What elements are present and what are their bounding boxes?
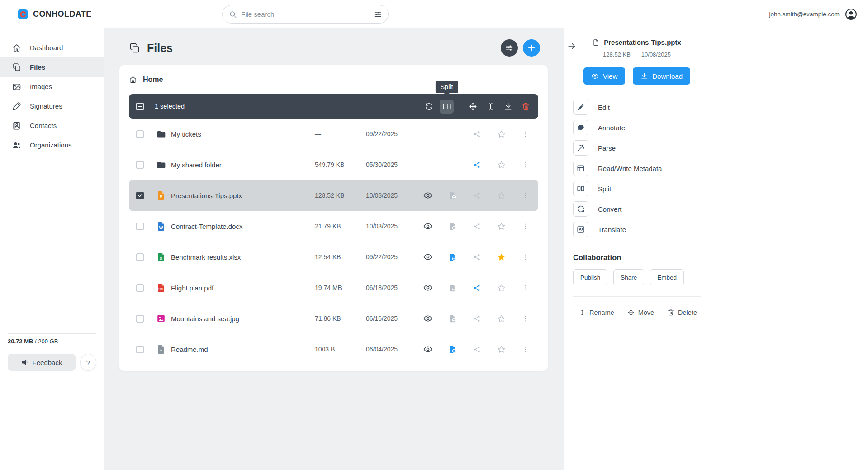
row-checkbox[interactable]: [136, 284, 144, 292]
preview-button[interactable]: [416, 187, 440, 204]
files-icon: [12, 63, 21, 72]
detail-action-read-write-metadata[interactable]: Read/Write Metadata: [573, 161, 701, 176]
file-row[interactable]: ≡Readme.md1003 B06/04/2025: [129, 334, 538, 365]
row-menu-button[interactable]: [513, 280, 538, 296]
preview-button[interactable]: [416, 218, 440, 234]
detail-action-convert[interactable]: Convert: [573, 201, 701, 217]
row-menu-button[interactable]: [513, 310, 538, 327]
file-search[interactable]: [222, 5, 389, 24]
row-menu-button[interactable]: [513, 218, 538, 234]
move-button[interactable]: [466, 100, 480, 114]
download-button[interactable]: Download: [633, 67, 690, 85]
delete-button[interactable]: Delete: [667, 309, 697, 316]
collapse-panel-button[interactable]: [567, 41, 577, 51]
share-button[interactable]: [465, 310, 489, 327]
sidebar-item-organizations[interactable]: Organizations: [0, 135, 104, 155]
share-button[interactable]: [465, 187, 489, 204]
favorite-button[interactable]: [489, 157, 513, 173]
file-row[interactable]: PPresentations-Tips.pptx128.52 KB10/08/2…: [129, 180, 538, 211]
row-menu-button[interactable]: [513, 341, 538, 357]
detail-action-edit[interactable]: Edit: [573, 100, 701, 115]
row-checkbox[interactable]: [136, 161, 144, 169]
favorite-button[interactable]: [489, 187, 513, 204]
row-checkbox[interactable]: [136, 130, 144, 138]
user-avatar-icon[interactable]: [845, 8, 857, 20]
share-button[interactable]: [465, 341, 489, 357]
file-status-button[interactable]: [440, 218, 465, 234]
view-button[interactable]: View: [583, 67, 625, 85]
preview-button[interactable]: [416, 310, 440, 327]
rename-button[interactable]: Rename: [579, 309, 614, 316]
detail-action-annotate[interactable]: Annotate: [573, 120, 701, 135]
share-button[interactable]: [465, 280, 489, 296]
detail-action-translate[interactable]: Translate: [573, 222, 701, 237]
row-checkbox[interactable]: [136, 346, 144, 353]
kebab-icon: [522, 253, 530, 261]
brand[interactable]: CONHOLDATE: [17, 8, 92, 20]
breadcrumb[interactable]: Home: [129, 65, 538, 94]
select-all-checkbox[interactable]: [136, 103, 144, 110]
share-button[interactable]: [465, 126, 489, 142]
file-row[interactable]: My tickets—09/22/2025: [129, 119, 538, 149]
sidebar-item-files[interactable]: Files: [0, 57, 104, 77]
action-slot-empty: [440, 126, 465, 142]
file-status-button[interactable]: [440, 187, 465, 204]
share-icon: [473, 161, 481, 169]
search-filter-icon[interactable]: [374, 10, 382, 19]
preview-button[interactable]: [416, 280, 440, 296]
rename-button[interactable]: [484, 100, 498, 114]
sidebar-item-signatures[interactable]: Signatures: [0, 96, 104, 116]
row-checkbox[interactable]: [136, 192, 144, 199]
file-row[interactable]: Mountains and sea.jpg71.86 KB06/16/2025: [129, 303, 538, 334]
favorite-button[interactable]: [489, 310, 513, 327]
row-checkbox[interactable]: [136, 223, 144, 230]
sidebar-item-images[interactable]: Images: [0, 77, 104, 96]
file-type-badge: W: [159, 225, 163, 230]
row-menu-button[interactable]: [513, 157, 538, 173]
view-settings-button[interactable]: [501, 39, 518, 57]
file-name: Mountains and sea.jpg: [171, 315, 315, 323]
detail-primary-buttons: View Download: [573, 67, 701, 85]
feedback-button[interactable]: Feedback: [8, 354, 76, 371]
detail-action-parse[interactable]: Parse: [573, 140, 701, 156]
help-button[interactable]: ?: [80, 354, 96, 371]
split-button[interactable]: Split: [440, 100, 454, 114]
convert-button[interactable]: [422, 100, 436, 114]
row-menu-button[interactable]: [513, 126, 538, 142]
image-icon: [12, 82, 21, 91]
file-status-button[interactable]: [440, 280, 465, 296]
delete-button[interactable]: [519, 100, 533, 114]
share-button[interactable]: Share: [613, 269, 644, 285]
add-new-button[interactable]: [523, 39, 540, 57]
download-button[interactable]: [501, 100, 515, 114]
move-button[interactable]: Move: [627, 309, 654, 316]
sidebar-item-dashboard[interactable]: Dashboard: [0, 38, 104, 57]
file-status-button[interactable]: [440, 249, 465, 265]
favorite-button[interactable]: [489, 126, 513, 142]
share-button[interactable]: [465, 218, 489, 234]
search-input[interactable]: [241, 10, 370, 18]
favorite-button[interactable]: [489, 341, 513, 357]
share-button[interactable]: [465, 157, 489, 173]
file-status-button[interactable]: [440, 341, 465, 357]
row-checkbox[interactable]: [136, 315, 144, 323]
file-row[interactable]: WContract-Template.docx21.79 KB10/03/202…: [129, 211, 538, 242]
publish-button[interactable]: Publish: [573, 269, 607, 285]
detail-action-split[interactable]: Split: [573, 181, 701, 196]
sidebar-item-contacts[interactable]: Contacts: [0, 116, 104, 135]
favorite-button[interactable]: [489, 280, 513, 296]
rename-icon: [579, 309, 586, 316]
file-row[interactable]: XBenchmark results.xlsx12.54 KB09/22/202…: [129, 242, 538, 272]
preview-button[interactable]: [416, 341, 440, 357]
file-status-button[interactable]: [440, 310, 465, 327]
preview-button[interactable]: [416, 249, 440, 265]
row-menu-button[interactable]: [513, 187, 538, 204]
row-checkbox[interactable]: [136, 253, 144, 261]
row-menu-button[interactable]: [513, 249, 538, 265]
embed-button[interactable]: Embed: [650, 269, 684, 285]
file-row[interactable]: My shared folder549.79 KB05/30/2025: [129, 149, 538, 180]
file-row[interactable]: PDFFlight plan.pdf19.74 MB06/18/2025: [129, 272, 538, 303]
share-button[interactable]: [465, 249, 489, 265]
favorite-button[interactable]: [489, 218, 513, 234]
favorite-button[interactable]: [489, 249, 513, 265]
